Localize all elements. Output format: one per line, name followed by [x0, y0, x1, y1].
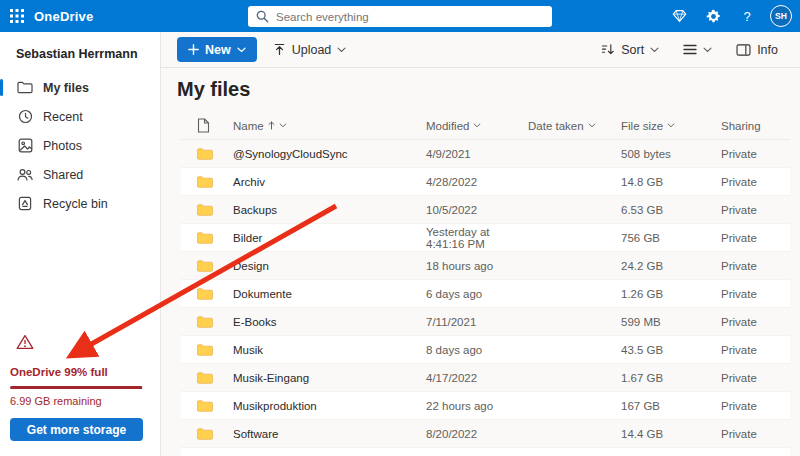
- sort-button[interactable]: Sort: [593, 37, 667, 62]
- file-row[interactable]: Archiv 4/28/2022 14.8 GB Private: [181, 168, 790, 196]
- warning-triangle-icon: [16, 334, 34, 350]
- upload-icon: [273, 43, 286, 56]
- file-modified: 8 days ago: [426, 344, 528, 356]
- file-modified: 10/5/2022: [426, 204, 528, 216]
- file-sharing: Private: [721, 232, 790, 244]
- sort-icon: [601, 43, 615, 56]
- file-size: 43.5 GB: [621, 344, 721, 356]
- file-size: 599 MB: [621, 316, 721, 328]
- file-row[interactable]: Musik-Eingang 4/17/2022 1.67 GB Private: [181, 364, 790, 392]
- folder-icon: [197, 260, 233, 272]
- file-row[interactable]: Musik 8 days ago 43.5 GB Private: [181, 336, 790, 364]
- folder-icon: [17, 80, 33, 96]
- app-launcher-waffle-icon[interactable]: [0, 0, 34, 32]
- folder-icon: [197, 400, 233, 412]
- file-size: 508 bytes: [621, 148, 721, 160]
- photos-icon: [17, 138, 33, 154]
- chevron-down-icon: [588, 123, 596, 128]
- file-name: Dokumente: [233, 288, 426, 300]
- file-name: Backups: [233, 204, 426, 216]
- column-header-sharing[interactable]: Sharing: [721, 120, 790, 132]
- upload-button-label: Upload: [292, 43, 332, 57]
- file-name: Musik-Eingang: [233, 372, 426, 384]
- help-icon[interactable]: ?: [732, 0, 762, 32]
- file-size: 24.2 GB: [621, 260, 721, 272]
- file-sharing: Private: [721, 176, 790, 188]
- folder-icon: [197, 344, 233, 356]
- search-icon: [256, 10, 269, 23]
- file-size: 1.67 GB: [621, 372, 721, 384]
- sort-button-label: Sort: [621, 43, 644, 57]
- topbar-actions: ? SH: [664, 0, 792, 32]
- file-list: @SynologyCloudSync 4/9/2021 508 bytes Pr…: [181, 140, 790, 456]
- file-type-header-icon: [197, 118, 233, 133]
- sidebar-item-recycle-bin[interactable]: Recycle bin: [0, 189, 160, 218]
- file-row[interactable]: E-Books 7/11/2021 599 MB Private: [181, 308, 790, 336]
- file-row[interactable]: Backups 10/5/2022 6.53 GB Private: [181, 196, 790, 224]
- sidebar-item-photos[interactable]: Photos: [0, 131, 160, 160]
- column-header-date-taken[interactable]: Date taken: [528, 120, 621, 132]
- sidebar: Sebastian Herrmann My files Recent Photo…: [0, 32, 160, 456]
- file-name: Musikproduktion: [233, 400, 426, 412]
- file-row[interactable]: Dokumente 6 days ago 1.26 GB Private: [181, 280, 790, 308]
- search-input[interactable]: [276, 11, 544, 23]
- file-sharing: Private: [721, 372, 790, 384]
- info-panel-icon: [736, 44, 751, 56]
- sidebar-item-label: Photos: [43, 139, 82, 153]
- column-header-modified[interactable]: Modified: [426, 120, 528, 132]
- new-button[interactable]: New: [177, 37, 257, 62]
- file-size: 14.4 GB: [621, 428, 721, 440]
- file-row[interactable]: Musikproduktion 22 hours ago 167 GB Priv…: [181, 392, 790, 420]
- file-modified: 6 days ago: [426, 288, 528, 300]
- file-name: Bilder: [233, 232, 426, 244]
- plus-icon: [188, 44, 199, 55]
- view-options-button[interactable]: [675, 37, 720, 62]
- sidebar-item-my-files[interactable]: My files: [0, 73, 160, 102]
- file-modified: 8/20/2022: [426, 428, 528, 440]
- file-row[interactable]: Bilder Yesterday at 4:41:16 PM 756 GB Pr…: [181, 224, 790, 252]
- premium-diamond-icon[interactable]: [664, 0, 694, 32]
- file-modified: 22 hours ago: [426, 400, 528, 412]
- storage-usage-bar: [10, 386, 143, 389]
- sidebar-item-recent[interactable]: Recent: [0, 102, 160, 131]
- waffle-grid-icon: [10, 9, 24, 23]
- file-row[interactable]: Software 8/20/2022 14.4 GB Private: [181, 420, 790, 448]
- chevron-down-icon: [473, 123, 481, 128]
- column-header-file-size[interactable]: File size: [621, 120, 721, 132]
- column-header-label: File size: [621, 120, 663, 132]
- storage-warning-panel: OneDrive 99% full 6.99 GB remaining Get …: [0, 334, 160, 456]
- file-name: E-Books: [233, 316, 426, 328]
- app-name[interactable]: OneDrive: [34, 9, 93, 24]
- file-sharing: Private: [721, 400, 790, 412]
- file-modified: 18 hours ago: [426, 260, 528, 272]
- settings-gear-icon[interactable]: [698, 0, 728, 32]
- get-more-storage-button[interactable]: Get more storage: [10, 418, 143, 441]
- search-box[interactable]: [248, 6, 552, 27]
- topbar: OneDrive ? SH: [0, 0, 800, 32]
- file-row[interactable]: @SynologyCloudSync 4/9/2021 508 bytes Pr…: [181, 140, 790, 168]
- info-button[interactable]: Info: [728, 37, 786, 62]
- sidebar-nav: My files Recent Photos Shared Recycle bi…: [0, 73, 160, 218]
- chevron-down-icon: [703, 47, 712, 53]
- table-header: Name Modified Date taken File size Shari…: [181, 112, 790, 140]
- file-modified: 7/11/2021: [426, 316, 528, 328]
- file-name: @SynologyCloudSync: [233, 148, 426, 160]
- file-modified: 4/28/2022: [426, 176, 528, 188]
- file-sharing: Private: [721, 344, 790, 356]
- toolbar-right: Sort Info: [593, 37, 786, 62]
- column-header-name[interactable]: Name: [233, 120, 426, 132]
- folder-icon: [197, 428, 233, 440]
- file-sharing: Private: [721, 316, 790, 328]
- file-row-partial[interactable]: [181, 448, 790, 456]
- file-row[interactable]: Design 18 hours ago 24.2 GB Private: [181, 252, 790, 280]
- upload-button[interactable]: Upload: [265, 37, 355, 62]
- chevron-down-icon: [337, 47, 346, 53]
- folder-icon: [197, 204, 233, 216]
- onedrive-app: OneDrive ? SH: [0, 0, 800, 456]
- sidebar-item-shared[interactable]: Shared: [0, 160, 160, 189]
- document-icon: [197, 118, 210, 133]
- user-name: Sebastian Herrmann: [0, 32, 160, 73]
- avatar[interactable]: SH: [770, 5, 792, 27]
- chevron-down-icon: [279, 123, 287, 128]
- file-size: 6.53 GB: [621, 204, 721, 216]
